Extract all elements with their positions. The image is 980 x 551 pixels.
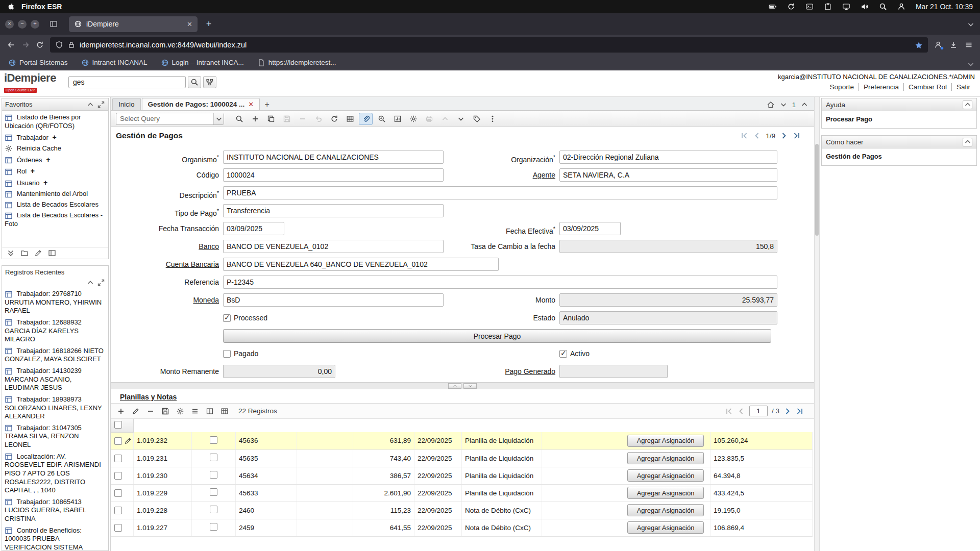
edit-favorites-icon[interactable] <box>34 249 42 257</box>
horizontal-splitter[interactable] <box>111 382 814 389</box>
last-record-icon[interactable] <box>793 132 801 140</box>
new-record-icon[interactable] <box>248 113 262 125</box>
display-icon[interactable] <box>842 3 850 11</box>
page-first-icon[interactable] <box>725 407 733 415</box>
detail-columns-icon[interactable] <box>204 406 215 417</box>
new-record-plus-icon[interactable]: + <box>43 179 47 187</box>
recent-record-item[interactable]: Trabajador: 10865413 LUCIOS GUERRA, ISAB… <box>4 496 106 525</box>
table-row[interactable]: 1.019.229 45633 2.601,90 22/09/2025 Plan… <box>111 484 813 502</box>
tipo-de-pago-field[interactable] <box>223 204 444 217</box>
user-icon[interactable] <box>897 3 905 11</box>
url-text[interactable]: idempieretest.incanal.com.ve:8449/webui/… <box>80 41 247 49</box>
anadir-al-pago-checkbox[interactable] <box>210 436 217 444</box>
collapse-recent-icon[interactable] <box>86 279 94 287</box>
account-icon[interactable] <box>934 41 942 49</box>
requery-icon[interactable] <box>327 113 341 125</box>
detail-grid-icon[interactable] <box>218 406 230 417</box>
tab-inicio[interactable]: Inicio <box>112 98 141 110</box>
agregar-asignacion-button[interactable]: Agregar Asignación <box>627 487 704 499</box>
anadir-al-pago-checkbox[interactable] <box>210 506 217 513</box>
browser-tab[interactable]: iDempiere ✕ <box>69 16 198 32</box>
label-tag-icon[interactable] <box>470 113 483 125</box>
bookmark-item[interactable]: Intranet INCANAL <box>81 59 148 67</box>
new-record-plus-icon[interactable]: + <box>46 156 50 164</box>
detail-record-icon[interactable] <box>454 113 468 125</box>
global-search-input[interactable] <box>68 76 186 88</box>
banco-field[interactable] <box>223 240 444 253</box>
pago-generado-field[interactable] <box>559 365 668 378</box>
select-query-dropdown-icon[interactable] <box>213 113 224 124</box>
vertical-scrollbar[interactable] <box>814 97 820 551</box>
scrollbar-thumb[interactable] <box>815 144 819 236</box>
row-select-checkbox[interactable] <box>114 455 122 462</box>
favorites-item[interactable]: Lista de Becados Escolares - Foto + <box>4 210 106 230</box>
recent-record-item[interactable]: Control de Beneficios: 1000035 PRUEBA VE… <box>4 525 106 550</box>
window-close-icon[interactable]: × <box>5 20 14 29</box>
collapse-como-hacer-icon[interactable] <box>963 138 972 146</box>
bookmarks-overflow-icon[interactable] <box>967 59 975 68</box>
row-select-checkbox[interactable] <box>114 472 122 480</box>
tasa-de-cambio-field[interactable] <box>559 240 777 253</box>
find-record-icon[interactable] <box>232 113 246 125</box>
descripcion-field[interactable] <box>223 186 777 199</box>
procesar-pago-button[interactable]: Procesar Pago <box>223 329 771 343</box>
downloads-icon[interactable] <box>949 41 958 49</box>
monto-remanente-field[interactable] <box>223 365 335 378</box>
volume-icon[interactable] <box>861 3 869 11</box>
agente-field[interactable] <box>559 168 777 182</box>
detail-edit-icon[interactable] <box>130 406 141 417</box>
splitter-down-icon[interactable] <box>463 383 477 389</box>
page-previous-icon[interactable] <box>737 407 745 415</box>
organismo-field[interactable] <box>223 151 444 164</box>
bookmark-star-icon[interactable] <box>915 40 923 49</box>
list-all-tabs-icon[interactable] <box>967 19 975 29</box>
search-icon[interactable] <box>879 3 887 11</box>
page-last-icon[interactable] <box>796 407 804 415</box>
zoom-across-icon[interactable] <box>375 113 388 125</box>
report-icon[interactable] <box>390 113 404 125</box>
print-icon[interactable] <box>422 113 436 125</box>
new-record-plus-icon[interactable]: + <box>31 167 35 175</box>
favorites-item[interactable]: Órdenes + <box>4 154 106 166</box>
detail-delete-icon[interactable] <box>144 406 156 417</box>
agregar-asignacion-button[interactable]: Agregar Asignación <box>627 469 704 482</box>
connection-lock-icon[interactable] <box>67 41 76 49</box>
moneda-field[interactable] <box>223 293 444 307</box>
forward-icon[interactable] <box>21 41 30 49</box>
expand-favorites-icon[interactable] <box>97 101 105 109</box>
global-search-icon[interactable] <box>188 76 201 88</box>
detail-save-icon[interactable] <box>159 406 171 417</box>
bookmark-item[interactable]: Login – Intranet INCA... <box>161 59 244 67</box>
sync-icon[interactable] <box>787 3 795 11</box>
agregar-asignacion-button[interactable]: Agregar Asignación <box>627 521 704 534</box>
splitter-up-icon[interactable] <box>448 383 461 389</box>
table-row[interactable]: 1.019.232 45636 631,89 22/09/2025 Planil… <box>111 432 813 449</box>
select-query-combo[interactable]: Select Query <box>116 113 224 125</box>
monto-field[interactable] <box>559 293 777 307</box>
close-tab-icon[interactable]: ✕ <box>187 20 192 28</box>
fecha-transaccion-field[interactable] <box>223 222 284 235</box>
header-link[interactable]: Salir <box>951 83 975 91</box>
activo-checkbox[interactable] <box>559 350 567 358</box>
gallery-icon[interactable] <box>48 249 56 257</box>
fecha-efectiva-field[interactable] <box>559 222 621 235</box>
delete-record-icon[interactable] <box>296 113 309 125</box>
copy-record-icon[interactable] <box>264 113 278 125</box>
first-record-icon[interactable] <box>740 132 748 140</box>
battery-icon[interactable] <box>769 3 777 11</box>
recent-record-item[interactable]: Localización: AV. ROOSEVELT EDIF. ARISME… <box>4 451 106 496</box>
detail-list-icon[interactable] <box>189 406 201 417</box>
header-link[interactable]: Cambiar Rol <box>903 83 951 91</box>
favorites-item[interactable]: Reinicia Cache + <box>4 143 106 154</box>
terminal-icon[interactable] <box>805 3 814 11</box>
favorites-item[interactable]: Lista de Becados Escolares + <box>4 199 106 210</box>
system-clock[interactable]: Mar 21 Oct. 10:39 <box>916 3 973 11</box>
bookmark-item[interactable]: Portal Sistemas <box>8 59 68 67</box>
edit-row-icon[interactable] <box>124 437 132 445</box>
favorites-item[interactable]: Listado de Bienes por Ubicación (QR/FOTO… <box>4 112 106 132</box>
codigo-field[interactable] <box>223 168 444 182</box>
bookmark-item[interactable]: https://idempieretest... <box>257 59 336 67</box>
anadir-al-pago-checkbox[interactable] <box>210 488 217 496</box>
collapse-all-icon[interactable] <box>7 249 15 257</box>
reload-icon[interactable] <box>36 41 44 49</box>
